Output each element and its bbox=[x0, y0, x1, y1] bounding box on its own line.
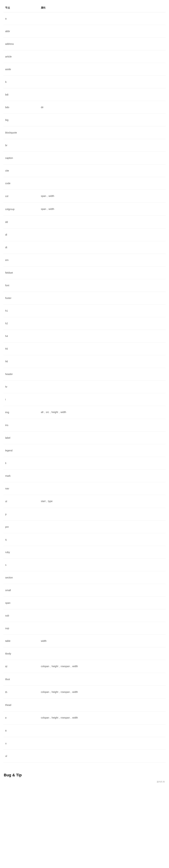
table-row: tbody bbox=[3, 647, 166, 660]
table-row: olstart，type bbox=[3, 495, 166, 508]
cell-node: tfoot bbox=[3, 673, 39, 686]
table-row: small bbox=[3, 584, 166, 597]
cell-node: tr bbox=[3, 711, 39, 724]
cell-node: table bbox=[3, 635, 39, 647]
table-row: q bbox=[3, 533, 166, 546]
cell-attr bbox=[39, 38, 166, 50]
cell-attr bbox=[39, 380, 166, 393]
cell-attr bbox=[39, 292, 166, 305]
table-row: header bbox=[3, 368, 166, 380]
cell-node: font bbox=[3, 279, 39, 292]
cell-node: h2 bbox=[3, 317, 39, 330]
cell-node: cite bbox=[3, 164, 39, 177]
cell-attr bbox=[39, 114, 166, 126]
cell-attr bbox=[39, 63, 166, 76]
table-row: h2 bbox=[3, 317, 166, 330]
cell-node: dd bbox=[3, 216, 39, 228]
section-heading-bug-tip: Bug & Tip bbox=[3, 773, 166, 777]
cell-attr bbox=[39, 152, 166, 164]
cell-attr bbox=[39, 521, 166, 533]
table-row: bdodir bbox=[3, 101, 166, 114]
cell-node: td bbox=[3, 660, 39, 673]
cell-attr bbox=[39, 737, 166, 750]
cell-attr bbox=[39, 126, 166, 139]
cell-attr bbox=[39, 584, 166, 597]
cell-node: sub bbox=[3, 609, 39, 622]
table-row: article bbox=[3, 50, 166, 63]
cell-attr bbox=[39, 330, 166, 342]
cell-node: colgroup bbox=[3, 203, 39, 216]
cell-node: mark bbox=[3, 470, 39, 482]
cell-node: ol bbox=[3, 495, 39, 508]
cell-node: header bbox=[3, 368, 39, 380]
cell-attr bbox=[39, 139, 166, 152]
cell-node: bdi bbox=[3, 88, 39, 101]
cell-attr bbox=[39, 267, 166, 279]
cell-attr bbox=[39, 241, 166, 254]
table-row: dt bbox=[3, 241, 166, 254]
table-row: sub bbox=[3, 609, 166, 622]
cell-node: section bbox=[3, 571, 39, 584]
cell-node: blockquote bbox=[3, 126, 39, 139]
table-row: em bbox=[3, 254, 166, 267]
table-row: trcolspan，height，rowspan，width bbox=[3, 711, 166, 724]
table-row: h4 bbox=[3, 330, 166, 342]
cell-node: s bbox=[3, 559, 39, 571]
cell-node: label bbox=[3, 432, 39, 444]
table-row: footer bbox=[3, 292, 166, 305]
cell-node: abbr bbox=[3, 25, 39, 38]
table-row: code bbox=[3, 177, 166, 190]
cell-attr bbox=[39, 76, 166, 88]
table-row: nav bbox=[3, 482, 166, 495]
cell-node: img bbox=[3, 406, 39, 419]
cell-node: ruby bbox=[3, 546, 39, 559]
table-header-row: 节点 属性 bbox=[3, 3, 166, 12]
cell-attr bbox=[39, 457, 166, 470]
table-row: li bbox=[3, 457, 166, 470]
table-row: ruby bbox=[3, 546, 166, 559]
cell-node: u bbox=[3, 737, 39, 750]
table-row: ul bbox=[3, 750, 166, 763]
cell-attr bbox=[39, 25, 166, 38]
table-row: mark bbox=[3, 470, 166, 482]
cell-node: b bbox=[3, 76, 39, 88]
cell-node: q bbox=[3, 533, 39, 546]
table-row: abbr bbox=[3, 25, 166, 38]
cell-node: p bbox=[3, 508, 39, 521]
cell-node: h5 bbox=[3, 342, 39, 355]
cell-node: aside bbox=[3, 63, 39, 76]
cell-node: tbody bbox=[3, 647, 39, 660]
table-row: blockquote bbox=[3, 126, 166, 139]
cell-attr bbox=[39, 444, 166, 457]
cell-attr bbox=[39, 724, 166, 737]
cell-attr bbox=[39, 355, 166, 368]
supported-tags-table: 节点 属性 aabbraddressarticleasidebbdibdodir… bbox=[3, 3, 166, 763]
cell-attr bbox=[39, 393, 166, 406]
cell-node: legend bbox=[3, 444, 39, 457]
table-row: font bbox=[3, 279, 166, 292]
cell-attr bbox=[39, 419, 166, 432]
cell-node: ins bbox=[3, 419, 39, 432]
cell-node: small bbox=[3, 584, 39, 597]
table-row: ins bbox=[3, 419, 166, 432]
table-row: big bbox=[3, 114, 166, 126]
cell-attr bbox=[39, 750, 166, 763]
cell-node: tt bbox=[3, 724, 39, 737]
cell-node: sup bbox=[3, 622, 39, 635]
cell-node: nav bbox=[3, 482, 39, 495]
cell-attr bbox=[39, 279, 166, 292]
table-row: colspan，width bbox=[3, 190, 166, 203]
table-row: tdcolspan，height，rowspan，width bbox=[3, 660, 166, 673]
cell-node: h4 bbox=[3, 330, 39, 342]
cell-node: em bbox=[3, 254, 39, 267]
cell-attr bbox=[39, 699, 166, 711]
table-row: tt bbox=[3, 724, 166, 737]
footer-right-text: 源代码 答 bbox=[3, 780, 166, 783]
cell-node: pre bbox=[3, 521, 39, 533]
cell-attr bbox=[39, 342, 166, 355]
table-row: span bbox=[3, 597, 166, 609]
table-row: h1 bbox=[3, 305, 166, 317]
cell-attr bbox=[39, 470, 166, 482]
cell-attr: span，width bbox=[39, 190, 166, 203]
table-row: caption bbox=[3, 152, 166, 164]
